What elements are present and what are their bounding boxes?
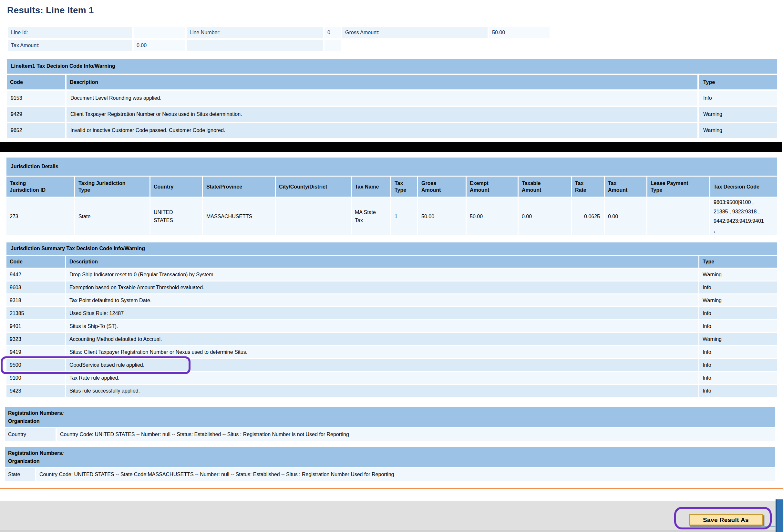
table-row: 9100 Tax Rate rule applied. Info bbox=[6, 372, 777, 384]
description-cell: GoodService based rule applied. bbox=[66, 359, 698, 371]
tax-decision-code-header: Tax Decision Code bbox=[710, 177, 777, 197]
registration-numbers-title: Registration Numbers: Organization bbox=[5, 447, 775, 467]
type-cell: Info bbox=[699, 307, 777, 319]
registration-level-cell: State bbox=[5, 468, 35, 481]
tax-type-cell: 1 bbox=[392, 197, 417, 235]
table-row-highlighted: 9500 GoodService based rule applied. Inf… bbox=[6, 359, 777, 371]
tax-amount-value: 0.00 bbox=[134, 40, 185, 51]
tax-type-header: Tax Type bbox=[392, 177, 417, 197]
line-id-label: Line Id: bbox=[8, 27, 132, 38]
table-row: 9153 Document Level Rounding was applied… bbox=[7, 91, 777, 105]
header-row: Code Description Type bbox=[6, 256, 777, 268]
type-cell: Warning bbox=[699, 269, 777, 281]
country-cell: UNITED STATES bbox=[151, 197, 202, 235]
organization-label: Organization bbox=[8, 459, 40, 464]
registration-row: Country Country Code: UNITED STATES -- N… bbox=[5, 428, 775, 441]
table-row: 9442 Drop Ship Indicator reset to 0 (Reg… bbox=[6, 269, 777, 281]
line-item-summary-fields: Line Id: Line Number: 0 Gross Amount: 50… bbox=[6, 25, 551, 53]
registration-numbers-label: Registration Numbers bbox=[8, 450, 62, 456]
code-cell: 9153 bbox=[7, 91, 65, 105]
table-row: 9318 Tax Point defaulted to System Date.… bbox=[6, 294, 777, 306]
description-cell: Tax Point defaulted to System Date. bbox=[66, 294, 698, 306]
table-row: 9401 Situs is Ship-To (ST). Info bbox=[6, 320, 777, 332]
jurisdiction-row: 273 State UNITED STATES MASSACHUSETTS MA… bbox=[6, 197, 777, 235]
description-cell: Situs: Client Taxpayer Registration Numb… bbox=[66, 346, 698, 358]
taxable-amount-header: Taxable Amount bbox=[519, 177, 571, 197]
description-cell: Tax Rate rule applied. bbox=[66, 372, 698, 384]
table-row: 21385 Used Situs Rule: 12487 Info bbox=[6, 307, 777, 319]
registration-detail-cell: Country Code: UNITED STATES -- Number: n… bbox=[57, 428, 775, 441]
code-cell: 9401 bbox=[6, 320, 65, 332]
fields-row-2: Tax Amount: 0.00 bbox=[8, 40, 550, 51]
line-item-tax-decision-table: LineItem1 Tax Decision Code Info/Warning… bbox=[5, 58, 778, 139]
code-cell: 9423 bbox=[6, 385, 65, 397]
header-row: Taxing Jurisdiction ID Taxing Jurisdicti… bbox=[6, 177, 777, 197]
italic-colon: : bbox=[62, 450, 64, 456]
tax-rate-header: Tax Rate bbox=[572, 177, 604, 197]
table-row: 9323 Accounting Method defaulted to Accr… bbox=[6, 333, 777, 345]
page-title: Results: Line Item 1 bbox=[7, 4, 783, 16]
type-cell: Info bbox=[699, 385, 777, 397]
registration-numbers-country-table: Registration Numbers: Organization Count… bbox=[4, 406, 776, 442]
tax-amount-label: Tax Amount: bbox=[8, 40, 132, 51]
type-cell: Warning bbox=[699, 294, 777, 306]
tax-rate-cell: 0.0625 bbox=[572, 197, 604, 235]
country-header: Country bbox=[151, 177, 202, 197]
taxing-jurisdiction-type-cell: State bbox=[75, 197, 150, 235]
type-cell: Info bbox=[699, 372, 777, 384]
orange-divider bbox=[0, 488, 783, 489]
table-row: 9652 Invalid or inactive Customer Code p… bbox=[7, 123, 777, 138]
city-county-district-cell bbox=[276, 197, 351, 235]
scrollbar-thumb[interactable] bbox=[776, 499, 783, 532]
description-cell: Client Taxpayer Registration Number or N… bbox=[66, 107, 697, 122]
description-cell: Invalid or inactive Customer Code passed… bbox=[66, 123, 697, 138]
lease-payment-type-header: Lease Payment Type bbox=[647, 177, 709, 197]
lease-payment-type-cell bbox=[647, 197, 709, 235]
type-column-header: Type bbox=[699, 75, 777, 89]
table-row: 9423 Situs rule successfully applied. In… bbox=[6, 385, 777, 397]
taxing-jurisdiction-id-cell: 273 bbox=[6, 197, 74, 235]
code-cell: 9652 bbox=[7, 123, 65, 138]
table-row: 9419 Situs: Client Taxpayer Registration… bbox=[6, 346, 777, 358]
empty-field-cell-small bbox=[324, 40, 341, 51]
code-column-header: Code bbox=[7, 75, 65, 89]
line-number-label: Line Number: bbox=[187, 27, 323, 38]
registration-level-cell: Country bbox=[5, 428, 56, 441]
taxing-jurisdiction-id-header: Taxing Jurisdiction ID bbox=[6, 177, 74, 197]
line-item-table-title: LineItem1 Tax Decision Code Info/Warning bbox=[7, 59, 777, 73]
type-column-header: Type bbox=[699, 256, 777, 268]
exempt-amount-cell: 50.00 bbox=[467, 197, 518, 235]
footer-bottom-edge bbox=[0, 530, 783, 532]
type-cell: Info bbox=[699, 359, 777, 371]
registration-numbers-state-table: Registration Numbers: Organization State… bbox=[4, 446, 776, 482]
jurisdiction-details-title: Jurisdiction Details bbox=[6, 158, 777, 176]
description-column-header: Description bbox=[66, 256, 698, 268]
italic-colon: : bbox=[62, 410, 64, 416]
jurisdiction-summary-title: Jurisdiction Summary Tax Decision Code I… bbox=[6, 243, 777, 255]
exempt-amount-header: Exempt Amount bbox=[467, 177, 518, 197]
tax-name-header: Tax Name bbox=[352, 177, 390, 197]
registration-numbers-title: Registration Numbers: Organization bbox=[5, 407, 775, 427]
tax-amount-cell: 0.00 bbox=[605, 197, 647, 235]
registration-detail-cell: Country Code: UNITED STATES -- State Cod… bbox=[36, 468, 775, 481]
description-cell: Document Level Rounding was applied. bbox=[66, 91, 697, 105]
description-column-header: Description bbox=[66, 75, 697, 89]
code-cell: 9429 bbox=[7, 107, 65, 122]
description-cell: Situs rule successfully applied. bbox=[66, 385, 698, 397]
type-cell: Info bbox=[699, 91, 777, 105]
code-cell: 9603 bbox=[6, 281, 65, 293]
type-cell: Warning bbox=[699, 333, 777, 345]
gross-amount-value: 50.00 bbox=[489, 27, 550, 38]
line-id-value bbox=[134, 27, 185, 38]
jurisdiction-details-table: Jurisdiction Details Taxing Jurisdiction… bbox=[5, 157, 778, 236]
table-row: 9429 Client Taxpayer Registration Number… bbox=[7, 107, 777, 122]
gross-amount-header: Gross Amount bbox=[418, 177, 466, 197]
state-province-cell: MASSACHUSETTS bbox=[203, 197, 275, 235]
tax-amount-header: Tax Amount bbox=[605, 177, 647, 197]
type-cell: Info bbox=[699, 281, 777, 293]
table-row: 9603 Exemption based on Taxable Amount T… bbox=[6, 281, 777, 293]
gross-amount-cell: 50.00 bbox=[418, 197, 466, 235]
description-cell: Situs is Ship-To (ST). bbox=[66, 320, 698, 332]
save-result-as-button[interactable]: Save Result As bbox=[689, 514, 763, 526]
empty-field-cell bbox=[187, 40, 323, 51]
